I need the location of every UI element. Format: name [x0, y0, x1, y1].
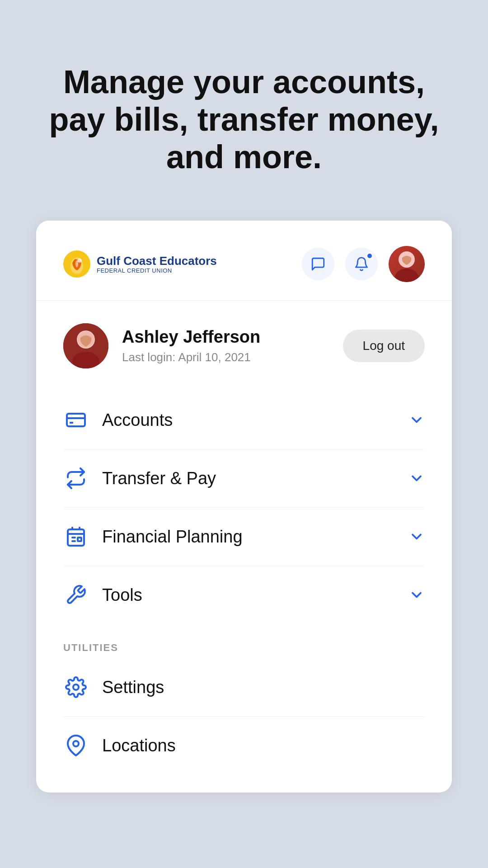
settings-label: Settings [102, 678, 425, 697]
nav-item-locations[interactable]: Locations [63, 717, 425, 774]
tools-label: Tools [102, 585, 395, 605]
logo-area: Gulf Coast Educators Federal Credit Unio… [63, 250, 217, 278]
utilities-label: UTILITIES [63, 642, 425, 654]
tools-chevron [408, 587, 425, 603]
svg-rect-15 [78, 538, 81, 541]
nav-item-transfer-pay[interactable]: Transfer & Pay [63, 449, 425, 508]
user-last-login: Last login: April 10, 2021 [122, 350, 260, 364]
nav-section: Accounts Transfer & Pay [36, 382, 452, 624]
svg-point-18 [73, 684, 79, 690]
notification-icon [354, 256, 369, 272]
user-avatar-person-icon [63, 323, 108, 368]
tools-icon [63, 582, 89, 608]
logo-icon [63, 250, 90, 278]
header-avatar-button[interactable] [389, 246, 425, 282]
svg-point-2 [77, 258, 82, 263]
transfer-pay-label: Transfer & Pay [102, 469, 395, 488]
notification-dot [366, 252, 373, 259]
logo-text: Gulf Coast Educators Federal Credit Unio… [97, 255, 217, 274]
svg-point-19 [73, 741, 79, 746]
hero-section: Manage your accounts, pay bills, transfe… [0, 0, 488, 221]
person-icon [389, 246, 425, 282]
card-header: Gulf Coast Educators Federal Credit Unio… [36, 221, 452, 301]
main-card: Gulf Coast Educators Federal Credit Unio… [36, 221, 452, 793]
financial-planning-icon [63, 524, 89, 549]
user-details: Ashley Jefferson Last login: April 10, 2… [122, 327, 260, 364]
accounts-label: Accounts [102, 410, 395, 430]
user-row: Ashley Jefferson Last login: April 10, 2… [36, 301, 452, 382]
chat-button[interactable] [302, 248, 334, 280]
svg-rect-12 [70, 422, 73, 424]
nav-item-financial-planning[interactable]: Financial Planning [63, 508, 425, 566]
locations-label: Locations [102, 736, 425, 755]
user-name: Ashley Jefferson [122, 327, 260, 347]
utilities-section: UTILITIES Settings Locations [36, 624, 452, 774]
locations-icon [63, 733, 89, 758]
nav-item-settings[interactable]: Settings [63, 658, 425, 717]
logo-sub: Federal Credit Union [97, 267, 217, 274]
accounts-chevron [408, 412, 425, 428]
svg-point-4 [395, 269, 418, 282]
nav-item-tools[interactable]: Tools [63, 566, 425, 624]
user-info: Ashley Jefferson Last login: April 10, 2… [63, 323, 260, 368]
logo-name: Gulf Coast Educators [97, 255, 217, 268]
accounts-icon [63, 407, 89, 433]
settings-icon [63, 675, 89, 700]
transfer-pay-chevron [408, 470, 425, 486]
user-avatar [63, 323, 108, 368]
notification-button[interactable] [345, 248, 378, 280]
header-avatar [389, 246, 425, 282]
financial-planning-label: Financial Planning [102, 527, 395, 547]
nav-item-accounts[interactable]: Accounts [63, 391, 425, 449]
logout-button[interactable]: Log out [343, 330, 425, 362]
hero-title: Manage your accounts, pay bills, transfe… [36, 63, 452, 175]
header-actions [302, 246, 425, 282]
transfer-pay-icon [63, 466, 89, 491]
financial-planning-chevron [408, 528, 425, 545]
svg-rect-10 [67, 414, 85, 426]
chat-icon [310, 256, 326, 272]
